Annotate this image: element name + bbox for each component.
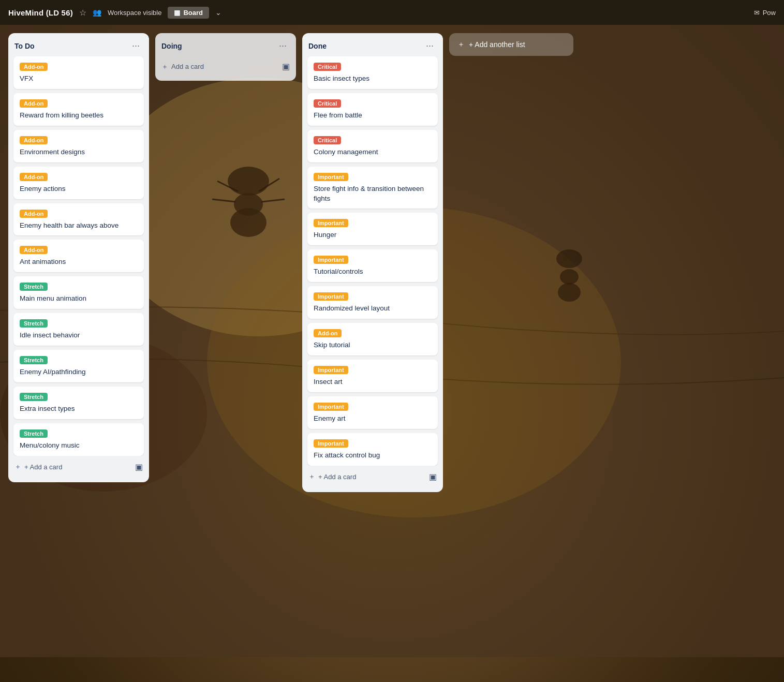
card-text: Basic insect types [314, 74, 432, 84]
badge: Add-on [20, 246, 48, 254]
star-icon[interactable]: ☆ [79, 8, 86, 18]
column-todo-header: To Do ··· [12, 39, 145, 56]
card-done-1[interactable]: Critical Flee from battle [307, 93, 438, 126]
column-doing: Doing ··· ＋ Add a card ▣ [155, 33, 296, 81]
board-area: To Do ··· Add-on VFX Add-on Reward from … [0, 25, 784, 682]
add-list-label: + Add another list [469, 40, 525, 49]
card-text: Menu/colony music [20, 441, 138, 451]
badge: Add-on [20, 173, 48, 181]
card-done-5[interactable]: Important Tutorial/controls [307, 249, 438, 282]
template-icon: ▣ [135, 462, 143, 472]
power-label: Pow [763, 9, 776, 17]
card-todo-8[interactable]: Stretch Enemy AI/pathfinding [13, 350, 144, 382]
card-text: Extra insect types [20, 404, 138, 414]
card-done-8[interactable]: Important Insect art [307, 360, 438, 392]
board-label: Board [183, 9, 203, 17]
badge: Stretch [20, 429, 48, 438]
badge: Critical [314, 99, 341, 108]
chevron-down-icon[interactable]: ⌄ [215, 8, 221, 17]
badge: Stretch [20, 283, 48, 291]
plus-icon-doing: ＋ [161, 62, 168, 71]
header: HiveMind (LD 56) ☆ 👥 Workspace visible ▦… [0, 0, 784, 25]
column-doing-header: Doing ··· [159, 39, 292, 56]
card-text: Hunger [314, 230, 432, 240]
badge: Stretch [20, 393, 48, 401]
card-todo-2[interactable]: Add-on Environment designs [13, 130, 144, 162]
card-todo-9[interactable]: Stretch Extra insect types [13, 387, 144, 419]
card-text: Enemy AI/pathfinding [20, 367, 138, 377]
column-done: Done ··· Critical Basic insect types Cri… [302, 33, 443, 492]
card-text: Tutorial/controls [314, 267, 432, 277]
column-done-menu[interactable]: ··· [423, 39, 437, 52]
column-todo-title: To Do [14, 42, 35, 50]
card-done-2[interactable]: Critical Colony management [307, 130, 438, 162]
card-text: Enemy art [314, 414, 432, 424]
card-done-9[interactable]: Important Enemy art [307, 396, 438, 429]
card-text: Environment designs [20, 147, 138, 157]
plus-icon-done: ＋ [308, 472, 315, 481]
badge: Add-on [314, 329, 342, 337]
board-icon: ▦ [174, 9, 180, 17]
badge: Add-on [20, 99, 48, 108]
card-todo-10[interactable]: Stretch Menu/colony music [13, 423, 144, 456]
card-text: Colony management [314, 147, 432, 157]
card-text: VFX [20, 74, 138, 84]
card-text: Store fight info & transition between fi… [314, 184, 432, 204]
board-button[interactable]: ▦ Board [168, 7, 209, 19]
card-todo-4[interactable]: Add-on Enemy health bar always above [13, 203, 144, 236]
card-todo-7[interactable]: Stretch Idle insect behavior [13, 313, 144, 346]
add-card-done[interactable]: ＋ + Add a card ▣ [306, 468, 439, 486]
column-done-header: Done ··· [306, 39, 439, 56]
card-done-0[interactable]: Critical Basic insect types [307, 56, 438, 89]
card-text: Skip tutorial [314, 340, 432, 350]
card-text: Main menu animation [20, 294, 138, 304]
badge: Add-on [20, 210, 48, 218]
column-todo-cards: Add-on VFX Add-on Reward from killing be… [12, 56, 145, 456]
badge: Important [314, 403, 348, 411]
workspace-label[interactable]: Workspace visible [108, 9, 162, 17]
card-todo-0[interactable]: Add-on VFX [13, 56, 144, 89]
badge: Important [314, 256, 348, 264]
card-done-3[interactable]: Important Store fight info & transition … [307, 167, 438, 209]
badge: Important [314, 439, 348, 448]
header-right: ✉ Pow [754, 9, 776, 17]
column-done-title: Done [308, 42, 327, 50]
power-icon: ✉ [754, 9, 760, 17]
card-done-7[interactable]: Add-on Skip tutorial [307, 323, 438, 355]
plus-icon-list: ＋ [457, 40, 465, 49]
card-done-10[interactable]: Important Fix attack control bug [307, 433, 438, 466]
badge: Add-on [20, 136, 48, 144]
card-text: Flee from battle [314, 111, 432, 121]
card-text: Insect art [314, 377, 432, 387]
card-text: Enemy actions [20, 184, 138, 194]
badge: Stretch [20, 356, 48, 364]
add-card-todo[interactable]: ＋ + Add a card ▣ [12, 458, 145, 476]
template-icon-doing: ▣ [282, 62, 290, 71]
plus-icon: ＋ [14, 462, 21, 471]
card-text: Ant animations [20, 257, 138, 267]
column-todo: To Do ··· Add-on VFX Add-on Reward from … [8, 33, 149, 482]
card-text: Reward from killing beetles [20, 111, 138, 121]
card-done-6[interactable]: Important Randomized level layout [307, 286, 438, 319]
badge: Important [314, 173, 348, 181]
badge: Stretch [20, 319, 48, 328]
card-todo-5[interactable]: Add-on Ant animations [13, 240, 144, 272]
add-card-doing-top[interactable]: ＋ Add a card ▣ [159, 58, 292, 75]
add-card-todo-label: + Add a card [24, 463, 62, 471]
badge: Important [314, 292, 348, 301]
card-todo-6[interactable]: Stretch Main menu animation [13, 276, 144, 309]
card-text: Fix attack control bug [314, 451, 432, 461]
column-doing-menu[interactable]: ··· [276, 39, 290, 52]
column-todo-menu[interactable]: ··· [129, 39, 143, 52]
card-todo-3[interactable]: Add-on Enemy actions [13, 167, 144, 199]
badge: Critical [314, 136, 341, 144]
card-todo-1[interactable]: Add-on Reward from killing beetles [13, 93, 144, 126]
template-icon-done: ▣ [429, 472, 437, 482]
card-done-4[interactable]: Important Hunger [307, 213, 438, 245]
card-text: Idle insect behavior [20, 331, 138, 340]
add-card-done-label: + Add a card [318, 473, 356, 481]
add-list-button[interactable]: ＋ + Add another list [449, 33, 573, 56]
card-text: Randomized level layout [314, 304, 432, 314]
badge: Important [314, 366, 348, 374]
app-title: HiveMind (LD 56) [8, 8, 73, 17]
